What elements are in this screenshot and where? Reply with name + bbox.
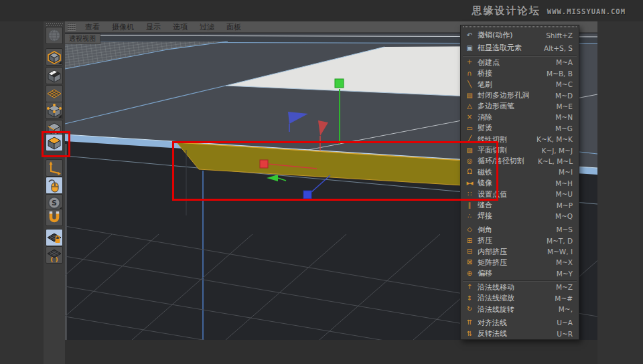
tweak-mode-button[interactable]: [46, 177, 63, 194]
menu-item[interactable]: + 创建点 M~A: [461, 57, 579, 68]
menu-item-shortcut: M~A: [556, 58, 573, 66]
points-mode-button[interactable]: [46, 102, 63, 119]
menu-item-shortcut: M~#: [555, 294, 573, 302]
menu-item[interactable]: ↶ 撤销(动作) Shift+Z: [461, 29, 579, 41]
menu-item-shortcut: M~T, D: [547, 237, 573, 245]
undo-action-icon: ↶: [464, 32, 475, 39]
menu-item[interactable]: ↑ 沿法线移动 M~Z: [461, 282, 579, 292]
menu-item[interactable]: ⊠ 矩阵挤压 M~X: [461, 257, 579, 268]
viewport-bottom-band: [65, 340, 597, 364]
menu-item-shortcut: M~P: [557, 201, 573, 209]
menu-item[interactable]: ◇ 倒角 M~S: [461, 224, 579, 235]
menu-grip-icon[interactable]: [68, 23, 76, 31]
iron-icon: ▭: [464, 125, 475, 132]
texture-mode-button[interactable]: [46, 67, 63, 84]
menu-item-shortcut: M~C: [556, 80, 573, 88]
gizmo-y-handle[interactable]: [335, 79, 344, 88]
watermark-site-name: 思缘设计论坛: [472, 5, 541, 17]
menu-item-shortcut: M~Y: [557, 270, 573, 278]
workplane-mode-button[interactable]: [46, 85, 63, 102]
menu-item-label: 偏移: [478, 268, 553, 278]
menu-item[interactable]: ⊞ 挤压 M~T, D: [461, 235, 579, 246]
menu-item-label: 消除: [478, 112, 551, 122]
menu-item[interactable]: ╲ 笔刷 M~C: [461, 79, 579, 90]
menu-item-shortcut: M~I: [559, 168, 573, 176]
magnet-tool-icon: [46, 209, 62, 225]
texture-mode-icon: [46, 68, 62, 84]
view-label[interactable]: 透视视图: [65, 33, 100, 44]
menu-tearoff-handle[interactable]: [463, 26, 577, 28]
align-normals-icon: ⇈: [464, 319, 475, 326]
watermark-site-url: WWW.MISSYUAN.COM: [547, 7, 626, 15]
menu-item-shortcut: Shift+Z: [546, 31, 573, 39]
menu-item-label: 沿法线旋转: [478, 304, 555, 314]
menu-item-label: 对齐法线: [478, 318, 553, 328]
menu-item[interactable]: △ 多边形画笔 M~E: [461, 101, 579, 112]
smooth-shift-icon: ⊕: [464, 270, 475, 277]
menu-item[interactable]: ▣ 框显选取元素 Alt+S, S: [461, 41, 579, 54]
enable-axis-button[interactable]: [46, 159, 63, 177]
menu-item-shortcut: M~B, B: [547, 70, 573, 78]
enable-axis-icon: [46, 160, 62, 176]
menu-item[interactable]: ⇕ 沿法线缩放 M~#: [461, 292, 579, 303]
brush-icon: ╲: [464, 81, 475, 88]
menu-item[interactable]: × 消除 M~N: [461, 112, 579, 122]
viewport-menu-item[interactable]: 过滤: [194, 22, 220, 32]
workplane-lock-button[interactable]: [46, 229, 63, 246]
menu-item[interactable]: ▤ 封闭多边形孔洞 M~D: [461, 90, 579, 100]
close-polygon-hole-icon: ▤: [464, 92, 475, 99]
viewport-menu-item[interactable]: 摄像机: [106, 22, 140, 32]
menu-item[interactable]: ▭ 熨烫 M~G: [461, 123, 579, 134]
menu-item-label: 熨烫: [478, 123, 551, 133]
move-along-normals-icon: ↑: [464, 284, 475, 290]
menu-item[interactable]: ∥ 缝合 M~P: [461, 199, 579, 210]
menu-item-shortcut: K~J, M~J: [542, 147, 573, 155]
model-mode-icon: [46, 49, 62, 65]
menu-item-label: 笔刷: [478, 80, 552, 90]
svg-text:S: S: [52, 199, 57, 207]
menu-item-shortcut: U~A: [557, 318, 573, 327]
watermark: 思缘设计论坛 WWW.MISSYUAN.COM: [472, 5, 626, 17]
menu-item-shortcut: M~S: [556, 225, 573, 234]
menu-item[interactable]: ∩ 桥接 M~B, B: [461, 68, 579, 79]
menu-item-shortcut: M~W, I: [547, 248, 573, 256]
menu-item[interactable]: ⇈ 对齐法线 U~A: [461, 317, 579, 328]
viewport-menu-item[interactable]: 显示: [140, 22, 167, 32]
make-editable-button[interactable]: [46, 27, 63, 44]
menu-item-shortcut: M~X: [556, 258, 573, 266]
menu-item-shortcut: M~Z: [556, 283, 573, 291]
viewport-menu-item[interactable]: 查看: [79, 22, 106, 32]
menu-item[interactable]: ∴ 焊接 M~Q: [461, 211, 579, 221]
bevel-icon: ◇: [464, 226, 475, 233]
menu-item-label: 沿法线缩放: [478, 293, 551, 303]
tweak-mode-icon: [46, 177, 62, 193]
menu-item-label: 沿法线移动: [478, 282, 552, 292]
menu-item[interactable]: ⇅ 反转法线 U~R: [461, 329, 579, 339]
menu-item-label: 倒角: [478, 225, 552, 235]
menu-item-shortcut: M~,: [559, 305, 573, 313]
viewport-menu-item[interactable]: 面板: [220, 22, 247, 32]
menu-item-shortcut: M~H: [555, 179, 573, 187]
menu-item[interactable]: ⊕ 偏移 M~Y: [461, 268, 579, 279]
menu-item-shortcut: M~Q: [555, 212, 573, 220]
menu-item-label: 挤压: [478, 236, 543, 246]
menu-item-label: 矩阵挤压: [478, 258, 552, 268]
menu-item-label: 反转法线: [478, 329, 553, 339]
weld-icon: ∴: [464, 213, 475, 219]
menu-item-shortcut: U~R: [557, 330, 573, 338]
viewport-menu-item[interactable]: 选项: [167, 22, 194, 32]
create-point-icon: +: [464, 59, 475, 66]
menu-item[interactable]: ⊟ 内部挤压 M~W, I: [461, 246, 579, 257]
menu-item-shortcut: M~E: [557, 102, 573, 110]
model-mode-button[interactable]: [46, 48, 63, 66]
inner-extrude-icon: ⊟: [464, 248, 475, 255]
menu-item-shortcut: Alt+S, S: [544, 44, 573, 52]
magnet-tool-button[interactable]: [46, 209, 63, 226]
extrude-icon: ⊞: [464, 238, 475, 244]
planar-workplane-button[interactable]: ( ): [46, 246, 63, 264]
scale-along-normals-icon: ⇕: [464, 295, 475, 302]
annotation-rect-tool: [42, 131, 70, 157]
menu-item-shortcut: M~U: [555, 190, 573, 198]
workplane-lock-icon: [46, 230, 62, 246]
menu-item[interactable]: ↻ 沿法线旋转 M~,: [461, 304, 579, 314]
